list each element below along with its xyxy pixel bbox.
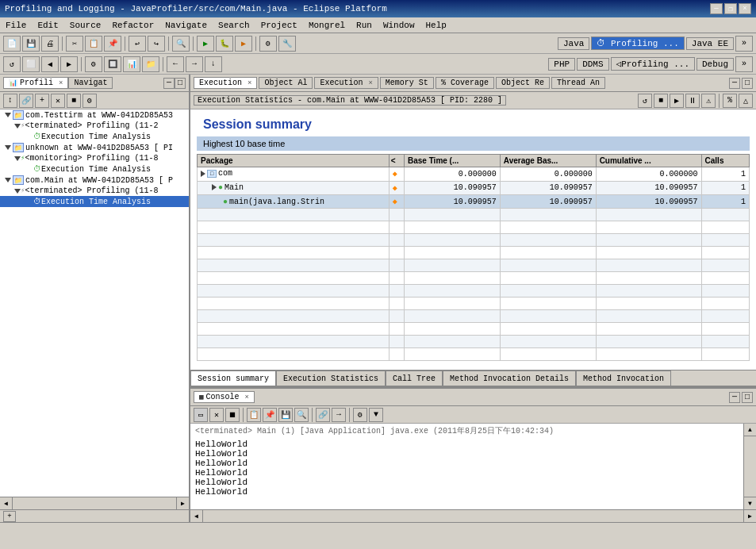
view-tab-threadan[interactable]: Thread An xyxy=(551,77,605,89)
table-row[interactable]: ● Main ◆ 10.090957 10.090957 xyxy=(198,181,750,195)
panel-minimize[interactable]: ─ xyxy=(163,78,175,89)
tb-save[interactable]: 💾 xyxy=(22,36,40,52)
console-scroll-left[interactable]: ◀ xyxy=(190,510,203,522)
tree-item-2[interactable]: ⚡ <terminated> Profiling (11-2 xyxy=(0,121,189,131)
tree-settings[interactable]: ⚙ xyxy=(83,94,97,108)
menu-mongrel[interactable]: Mongrel xyxy=(306,20,347,31)
console-find[interactable]: 🔍 xyxy=(294,408,309,422)
expand-icon-main[interactable] xyxy=(212,184,217,190)
console-min[interactable]: ─ xyxy=(729,392,740,403)
tb2-4[interactable]: ▶ xyxy=(60,56,78,72)
tb-new[interactable]: 📄 xyxy=(3,36,21,52)
tb2-7[interactable]: 📊 xyxy=(123,56,140,72)
tb-undo[interactable]: ↩ xyxy=(129,36,146,52)
console-scrollbar-v[interactable]: ▲ ▼ xyxy=(743,424,756,509)
profiler-max[interactable]: □ xyxy=(742,78,753,89)
tb-redo[interactable]: ↪ xyxy=(148,36,165,52)
console-scrollbar-h[interactable]: ◀ ▶ xyxy=(190,509,756,522)
persp-debug[interactable]: Debug xyxy=(697,58,734,71)
tree-collapse[interactable]: ↕ xyxy=(3,94,17,108)
tree-item-6[interactable]: ⏱ Execution Time Analysis xyxy=(0,163,189,175)
persp-java[interactable]: Java xyxy=(558,37,589,50)
scroll-right-btn[interactable]: ▶ xyxy=(176,497,189,509)
tb2-3[interactable]: ◀ xyxy=(41,56,59,72)
persp-profiling2[interactable]: ◁Profiling ... xyxy=(611,57,695,71)
bottom-tab-execstats[interactable]: Execution Statistics xyxy=(276,370,386,386)
view-tab-objectre[interactable]: Object Re xyxy=(496,77,550,89)
menu-run[interactable]: Run xyxy=(354,20,374,31)
tab-profiling-close[interactable]: × xyxy=(59,79,63,87)
refresh-btn[interactable]: ↺ xyxy=(638,94,652,108)
console-scroll-up[interactable]: ▲ xyxy=(744,424,756,436)
bottom-tab-methodinv[interactable]: Method Invocation xyxy=(576,370,671,386)
close-button[interactable]: × xyxy=(739,3,751,14)
console-terminate[interactable]: ✕ xyxy=(209,408,224,422)
console-scroll-down[interactable]: ▼ xyxy=(744,497,756,509)
tb2-8[interactable]: 📁 xyxy=(142,56,159,72)
console-close[interactable]: × xyxy=(244,394,248,401)
tb-paste[interactable]: 📌 xyxy=(104,36,121,52)
tb-run[interactable]: ▶ xyxy=(197,36,214,52)
persp-javaee[interactable]: Java EE xyxy=(686,37,734,50)
col-basetime[interactable]: Base Time (... xyxy=(404,155,500,167)
tab-navigator[interactable]: Navigat xyxy=(68,77,113,89)
minimize-button[interactable]: ─ xyxy=(710,3,723,14)
left-scrollbar-h[interactable]: ◀ ▶ xyxy=(0,497,189,509)
menu-edit[interactable]: Edit xyxy=(35,20,60,31)
bottom-tab-calltree[interactable]: Call Tree xyxy=(386,370,443,386)
tb-profile[interactable]: ▶ xyxy=(235,36,252,52)
console-link[interactable]: 🔗 xyxy=(316,408,330,422)
tb-print[interactable]: 🖨 xyxy=(41,36,59,52)
scroll-left-btn[interactable]: ◀ xyxy=(0,497,13,509)
tb2-2[interactable]: ⬜ xyxy=(22,56,40,72)
col-calls[interactable]: Calls xyxy=(701,155,749,167)
add-item-btn[interactable]: + xyxy=(3,511,16,522)
console-scroll-right[interactable]: ▶ xyxy=(743,510,756,522)
col-avgbase[interactable]: Average Bas... xyxy=(500,155,596,167)
tree-item-8[interactable]: ⚡ <terminated> Profiling (11-8 xyxy=(0,186,189,196)
col-cumulative[interactable]: Cumulative ... xyxy=(596,155,701,167)
menu-help[interactable]: Help xyxy=(424,20,449,31)
expand-icon-com[interactable] xyxy=(201,171,205,177)
view-tab-memoryst[interactable]: Memory St xyxy=(380,77,434,89)
console-disconnect[interactable]: ⏹ xyxy=(225,408,240,422)
tb-misc1[interactable]: ⚙ xyxy=(259,36,277,52)
tb-debug[interactable]: 🐛 xyxy=(216,36,233,52)
tree-item-9[interactable]: ⏱ Execution Time Analysis xyxy=(0,196,189,207)
tb-copy[interactable]: 📋 xyxy=(85,36,102,52)
view-tab-execution1[interactable]: Execution × xyxy=(194,77,257,89)
panel-maximize[interactable]: □ xyxy=(175,78,186,89)
tree-item-1[interactable]: 📁 com.Testtirm at WWW-041D2D85A53 xyxy=(0,109,189,121)
tree-item-3[interactable]: ⏱ Execution Time Analysis xyxy=(0,131,189,142)
persp-more2[interactable]: » xyxy=(735,56,753,72)
bottom-tab-methodinvdet[interactable]: Method Invocation Details xyxy=(443,370,576,386)
stop-btn[interactable]: ■ xyxy=(654,94,668,108)
menu-project[interactable]: Project xyxy=(259,20,300,31)
percent-btn[interactable]: % xyxy=(723,94,737,108)
table-row[interactable]: □ com ◆ 0.000000 0.000000 xyxy=(198,167,750,182)
go-btn[interactable]: ▶ xyxy=(670,94,684,108)
console-more[interactable]: ▼ xyxy=(369,408,383,422)
warning-btn[interactable]: ⚠ xyxy=(701,94,716,108)
view-tab-exec1-close[interactable]: × xyxy=(248,79,251,87)
console-copy1[interactable]: 📋 xyxy=(247,408,261,422)
view-tab-objectal[interactable]: Object Al xyxy=(259,77,313,89)
restore-button[interactable]: ❐ xyxy=(724,3,737,14)
console-arrow[interactable]: → xyxy=(332,408,346,422)
console-max[interactable]: □ xyxy=(742,392,753,403)
persp-more[interactable]: » xyxy=(735,36,753,52)
menu-window[interactable]: Window xyxy=(381,20,417,31)
tb2-5[interactable]: ⚙ xyxy=(85,56,102,72)
pause-btn[interactable]: ⏸ xyxy=(685,94,700,108)
tree-add[interactable]: + xyxy=(35,94,49,108)
console-settings[interactable]: ⚙ xyxy=(353,408,367,422)
tree-item-7[interactable]: 📁 com.Main at WWW-041D2D85A53 [ P xyxy=(0,175,189,186)
view-tab-coverage[interactable]: % Coverage xyxy=(436,77,494,89)
tree-remove[interactable]: ✕ xyxy=(51,94,65,108)
tb2-1[interactable]: ↺ xyxy=(3,56,21,72)
menu-refactor[interactable]: Refactor xyxy=(109,20,156,31)
tree-stop[interactable]: ■ xyxy=(67,94,81,108)
console-clear1[interactable]: ▭ xyxy=(194,408,208,422)
tb-search[interactable]: 🔍 xyxy=(172,36,190,52)
tb-misc2[interactable]: 🔧 xyxy=(278,36,296,52)
